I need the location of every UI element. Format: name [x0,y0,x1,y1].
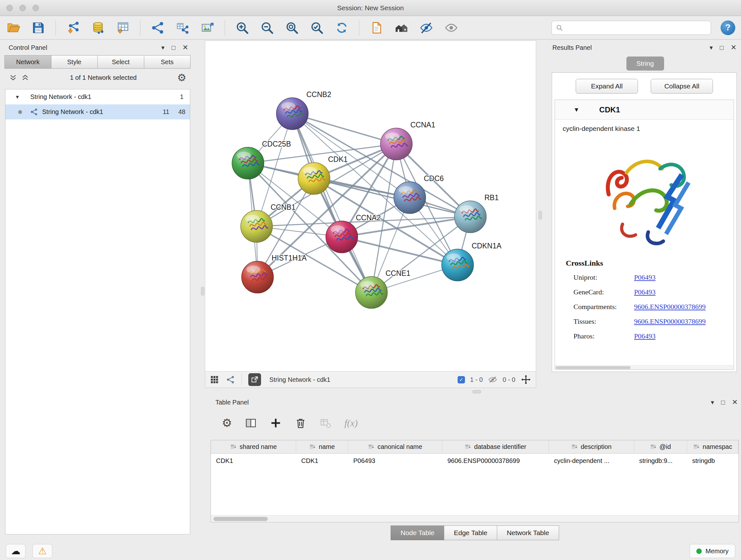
zoom-out-button[interactable] [259,20,275,36]
column-header-canonical-name[interactable]: canonical name [348,440,442,453]
card-caret-icon[interactable]: ▼ [574,106,580,113]
detach-view-button[interactable] [248,373,261,386]
selected-indicator-checkbox[interactable]: ✓ [458,376,465,383]
cloud-status-button[interactable]: ☁ [6,544,25,558]
expand-all-button[interactable]: Expand All [576,79,638,94]
column-header-name[interactable]: name [296,440,348,453]
network-node-RB1[interactable] [455,201,486,233]
network-edge[interactable] [292,114,372,293]
search-input[interactable] [566,24,707,31]
network-graph[interactable]: CCNB2CCNA1CDC25BCDK1CDC6RB1CCNB1CCNA2CDK… [205,41,536,371]
pan-move-icon[interactable] [521,374,531,385]
network-options-gear-icon[interactable]: ⚙ [177,72,186,83]
splitter-handle[interactable] [539,211,542,220]
memory-button[interactable]: Memory [690,544,735,558]
panel-close-icon[interactable]: ✕ [731,44,737,51]
crosslink-link[interactable]: 9606.ENSP00000378699 [634,303,705,311]
gene-card-header[interactable]: ▼ CDK1 [555,100,734,120]
show-columns-icon[interactable] [245,417,257,429]
cell-description[interactable]: cyclin-dependent ... [549,454,634,468]
help-button[interactable]: ? [721,20,735,35]
minimize-window-button[interactable] [19,5,26,11]
network-node-CCNB2[interactable] [276,98,308,130]
tree-caret-icon[interactable]: ▼ [15,94,22,100]
refresh-layout-button[interactable] [334,20,349,36]
panel-collapse-icon[interactable]: ▾ [711,399,714,406]
export-image-button[interactable] [200,20,215,36]
table-options-gear-icon[interactable]: ⚙ [222,417,232,429]
import-table-from-file-button[interactable] [115,20,131,36]
crosslink-link[interactable]: 9606.ENSP00000378699 [634,317,705,326]
network-edge[interactable] [292,114,396,144]
crosslink-link[interactable]: P06493 [634,332,656,340]
scrollbar-thumb[interactable] [213,517,268,521]
network-canvas[interactable]: CCNB2CCNA1CDC25BCDK1CDC6RB1CCNB1CCNA2CDK… [205,41,536,371]
window-controls[interactable] [6,5,39,11]
column-header-namespace[interactable]: namespac [687,440,738,453]
column-header-id[interactable]: @id [634,440,687,453]
network-node-CCNA1[interactable] [381,128,412,160]
crosslink-link[interactable]: P06493 [634,288,656,296]
show-hide-button[interactable] [444,20,459,36]
cell-namespace[interactable]: stringdb [687,454,738,468]
network-view-icon[interactable] [226,375,235,384]
crosslink-link[interactable]: P06493 [634,273,656,282]
close-window-button[interactable] [6,5,13,11]
zoom-window-button[interactable] [32,5,39,11]
import-network-from-file-button[interactable] [65,20,81,36]
cell-id[interactable]: stringdb:9... [634,454,687,468]
zoom-fit-button[interactable] [284,20,300,36]
scrollbar-thumb[interactable] [556,366,630,369]
tab-string[interactable]: String [626,57,664,71]
tab-style[interactable]: Style [51,55,98,69]
column-header-shared-name[interactable]: shared name [211,440,296,453]
panel-collapse-icon[interactable]: ▾ [161,44,164,51]
warnings-button[interactable]: ⚠ [32,544,52,558]
grid-view-icon[interactable] [210,375,219,384]
tab-network-table[interactable]: Network Table [497,525,559,540]
network-node-CCNE1[interactable] [355,276,387,308]
open-session-button[interactable] [6,20,21,36]
panel-close-icon[interactable]: ✕ [732,399,738,406]
network-node-CDC6[interactable] [394,182,426,213]
network-collection-row[interactable]: ▼ String Network - cdk1 1 [5,89,190,105]
clone-network-button[interactable] [369,20,384,36]
network-node-CCNA2[interactable] [326,221,358,253]
delete-column-trash-icon[interactable] [294,417,307,429]
panel-close-icon[interactable]: ✕ [183,44,188,51]
tab-select[interactable]: Select [97,55,144,69]
panel-float-icon[interactable]: □ [721,399,725,406]
zoom-selected-button[interactable] [309,20,325,36]
splitter-handle[interactable] [472,390,481,393]
tab-sets[interactable]: Sets [144,55,191,69]
network-node-CDKN1A[interactable] [442,249,474,281]
card-horizontal-scrollbar[interactable] [555,365,734,369]
collapse-all-button[interactable]: Collapse All [651,79,713,94]
save-session-button[interactable] [30,20,46,36]
first-neighbors-button[interactable] [394,20,409,36]
cell-name[interactable]: CDK1 [296,454,348,468]
network-from-table-button[interactable] [175,20,190,36]
table-row[interactable]: CDK1 CDK1 P06493 9606.ENSP00000378699 cy… [211,454,738,468]
network-node-CDC25B[interactable] [232,147,264,179]
hide-annotation-button[interactable] [419,20,434,36]
cell-shared-name[interactable]: CDK1 [211,454,296,468]
tab-edge-table[interactable]: Edge Table [444,525,497,540]
import-network-from-database-button[interactable] [90,20,106,36]
splitter-handle[interactable] [201,287,204,296]
network-edge[interactable] [314,179,470,217]
zoom-in-button[interactable] [234,20,250,36]
tab-network[interactable]: Network [4,55,51,69]
create-column-plus-icon[interactable] [270,417,282,429]
cell-canonical-name[interactable]: P06493 [348,454,442,468]
panel-float-icon[interactable]: □ [172,44,175,51]
network-row-selected[interactable]: String Network - cdk1 11 48 [5,105,190,119]
tab-node-table[interactable]: Node Table [391,525,444,540]
new-network-button[interactable] [150,20,165,36]
table-horizontal-scrollbar[interactable] [211,515,738,522]
network-node-CDK1[interactable] [298,163,330,194]
panel-float-icon[interactable]: □ [720,44,724,51]
column-header-database-identifier[interactable]: database identifier [442,440,549,453]
cell-database-identifier[interactable]: 9606.ENSP00000378699 [442,454,549,468]
collapse-all-icon[interactable] [9,73,17,82]
